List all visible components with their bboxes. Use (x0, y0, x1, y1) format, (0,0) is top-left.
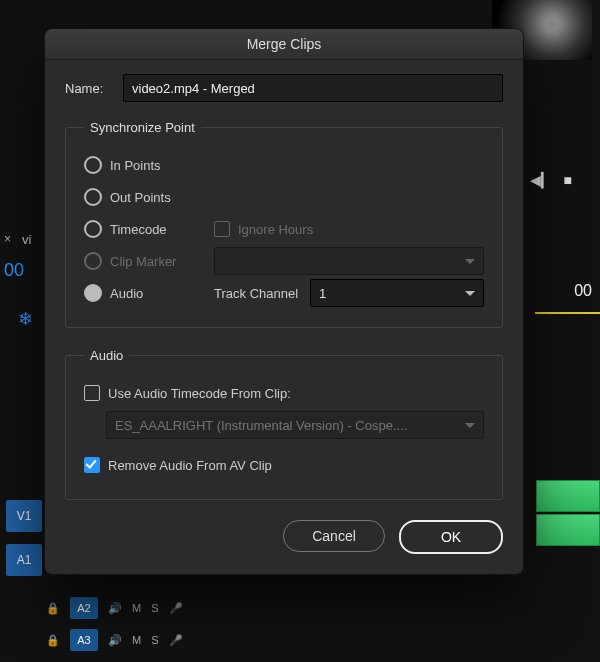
chevron-down-icon (465, 423, 475, 428)
merge-clips-dialog: Merge Clips Name: Synchronize Point In P… (44, 28, 524, 575)
audio-clip-a2[interactable] (536, 514, 600, 546)
radio-audio[interactable] (84, 284, 102, 302)
mute-toggle[interactable]: M (132, 602, 141, 614)
track-header-a3[interactable]: A3 (70, 629, 98, 651)
chevron-down-icon (465, 291, 475, 296)
ignore-hours-checkbox (214, 221, 230, 237)
lock-icon[interactable]: 🔒 (46, 634, 60, 647)
name-input[interactable] (123, 74, 503, 102)
radio-audio-label: Audio (110, 286, 143, 301)
solo-toggle[interactable]: S (151, 634, 158, 646)
radio-in-points[interactable] (84, 156, 102, 174)
radio-clip-marker-label: Clip Marker (110, 254, 176, 269)
ignore-hours-label: Ignore Hours (238, 222, 313, 237)
audio-clip-dropdown-value: ES_AAALRIGHT (Instrumental Version) - Co… (115, 418, 407, 433)
speaker-icon[interactable]: 🔊 (108, 634, 122, 647)
track-row-a2: 🔒 A2 🔊 M S 🎤 (46, 594, 183, 622)
mic-icon[interactable]: 🎤 (169, 634, 183, 647)
remove-audio-label: Remove Audio From AV Clip (108, 458, 272, 473)
mute-toggle[interactable]: M (132, 634, 141, 646)
audio-group: Audio Use Audio Timecode From Clip: ES_A… (65, 348, 503, 500)
sequence-close-icon[interactable]: × (4, 232, 11, 246)
radio-timecode-label: Timecode (110, 222, 167, 237)
audio-clip-dropdown: ES_AAALRIGHT (Instrumental Version) - Co… (106, 411, 484, 439)
radio-out-points-label: Out Points (110, 190, 171, 205)
sync-legend: Synchronize Point (84, 120, 201, 135)
radio-out-points[interactable] (84, 188, 102, 206)
speaker-icon[interactable]: 🔊 (108, 602, 122, 615)
timeline-timecode[interactable]: 00 (4, 260, 24, 281)
chevron-down-icon (465, 259, 475, 264)
ruler-timecode: 00 (574, 282, 592, 300)
track-header-a2[interactable]: A2 (70, 597, 98, 619)
lock-icon[interactable]: 🔒 (46, 602, 60, 615)
ok-button[interactable]: OK (399, 520, 503, 554)
radio-in-points-label: In Points (110, 158, 161, 173)
step-back-icon[interactable]: ◀▎ (530, 172, 552, 188)
snap-icon[interactable]: ❄ (18, 308, 33, 330)
track-channel-dropdown[interactable]: 1 (310, 279, 484, 307)
track-channel-value: 1 (319, 286, 326, 301)
cancel-button[interactable]: Cancel (283, 520, 385, 552)
track-row-a3: 🔒 A3 🔊 M S 🎤 (46, 626, 183, 654)
track-channel-label: Track Channel (214, 286, 298, 301)
dialog-title: Merge Clips (45, 29, 523, 60)
use-audio-timecode-checkbox[interactable] (84, 385, 100, 401)
stop-icon[interactable]: ■ (564, 172, 572, 188)
radio-timecode[interactable] (84, 220, 102, 238)
audio-legend: Audio (84, 348, 129, 363)
use-audio-timecode-label: Use Audio Timecode From Clip: (108, 386, 291, 401)
playback-controls: ◀▎ ■ (530, 172, 572, 188)
clip-marker-dropdown (214, 247, 484, 275)
remove-audio-checkbox[interactable] (84, 457, 100, 473)
synchronize-point-group: Synchronize Point In Points Out Points T… (65, 120, 503, 328)
mic-icon[interactable]: 🎤 (169, 602, 183, 615)
name-label: Name: (65, 81, 123, 96)
audio-clip-a1[interactable] (536, 480, 600, 512)
sequence-tab[interactable]: vi (22, 232, 31, 247)
time-ruler-marker (535, 312, 600, 314)
track-header-v1[interactable]: V1 (6, 500, 42, 532)
radio-clip-marker (84, 252, 102, 270)
solo-toggle[interactable]: S (151, 602, 158, 614)
track-header-a1[interactable]: A1 (6, 544, 42, 576)
